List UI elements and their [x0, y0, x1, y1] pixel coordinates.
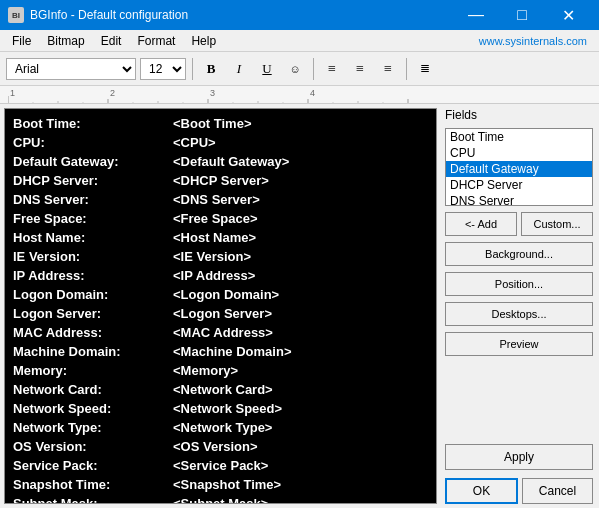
editor-value-osversion: <OS Version> — [173, 438, 258, 456]
list-button[interactable]: ≣ — [413, 58, 437, 80]
menu-help[interactable]: Help — [183, 32, 224, 50]
editor-label-networkspeed: Network Speed: — [13, 400, 173, 418]
menubar: File Bitmap Edit Format Help www.sysinte… — [0, 30, 599, 52]
menu-file[interactable]: File — [4, 32, 39, 50]
editor-value-freespace: <Free Space> — [173, 210, 258, 228]
add-button[interactable]: <- Add — [445, 212, 517, 236]
editor-line-osversion: OS Version: <OS Version> — [13, 438, 428, 456]
position-button[interactable]: Position... — [445, 272, 593, 296]
editor-line-ieversion: IE Version: <IE Version> — [13, 248, 428, 266]
editor-value-machinedomain: <Machine Domain> — [173, 343, 291, 361]
custom-button[interactable]: Custom... — [521, 212, 593, 236]
editor-value-networkcard: <Network Card> — [173, 381, 273, 399]
editor-value-ieversion: <IE Version> — [173, 248, 251, 266]
editor-label-gateway: Default Gateway: — [13, 153, 173, 171]
editor-value-macaddress: <MAC Address> — [173, 324, 273, 342]
ok-cancel-row: OK Cancel — [445, 478, 593, 504]
editor-label-cpu: CPU: — [13, 134, 173, 152]
underline-button[interactable]: U — [255, 58, 279, 80]
editor-value-networktype: <Network Type> — [173, 419, 272, 437]
editor-line-snapshottime: Snapshot Time: <Snapshot Time> — [13, 476, 428, 494]
field-item-boottime[interactable]: Boot Time — [446, 129, 592, 145]
field-item-dns[interactable]: DNS Server — [446, 193, 592, 206]
editor-value-gateway: <Default Gateway> — [173, 153, 289, 171]
editor-label-hostname: Host Name: — [13, 229, 173, 247]
field-item-cpu[interactable]: CPU — [446, 145, 592, 161]
editor-line-dhcp: DHCP Server: <DHCP Server> — [13, 172, 428, 190]
editor-line-machinedomain: Machine Domain: <Machine Domain> — [13, 343, 428, 361]
window-title: BGInfo - Default configuration — [30, 8, 188, 22]
editor-value-ipaddress: <IP Address> — [173, 267, 255, 285]
editor-value-servicepack: <Service Pack> — [173, 457, 268, 475]
editor-line-cpu: CPU: <CPU> — [13, 134, 428, 152]
minimize-button[interactable]: — — [453, 0, 499, 30]
align-left-button[interactable]: ≡ — [320, 58, 344, 80]
editor-line-subnetmask: Subnet Mask: <Subnet Mask> — [13, 495, 428, 504]
editor-line-ipaddress: IP Address: <IP Address> — [13, 267, 428, 285]
editor-label-snapshottime: Snapshot Time: — [13, 476, 173, 494]
editor-value-dns: <DNS Server> — [173, 191, 260, 209]
editor-line-networktype: Network Type: <Network Type> — [13, 419, 428, 437]
editor-label-memory: Memory: — [13, 362, 173, 380]
align-right-button[interactable]: ≡ — [376, 58, 400, 80]
editor-value-logonserver: <Logon Server> — [173, 305, 272, 323]
editor-line-freespace: Free Space: <Free Space> — [13, 210, 428, 228]
editor-label-machinedomain: Machine Domain: — [13, 343, 173, 361]
editor-area[interactable]: Boot Time: <Boot Time> CPU: <CPU> Defaul… — [4, 108, 437, 504]
editor-line-logonserver: Logon Server: <Logon Server> — [13, 305, 428, 323]
size-select[interactable]: 12 — [140, 58, 186, 80]
editor-line-gateway: Default Gateway: <Default Gateway> — [13, 153, 428, 171]
app-icon: BI — [8, 7, 24, 23]
fields-list[interactable]: Boot Time CPU Default Gateway DHCP Serve… — [445, 128, 593, 206]
editor-value-cpu: <CPU> — [173, 134, 216, 152]
editor-line-networkcard: Network Card: <Network Card> — [13, 381, 428, 399]
toolbar-separator-3 — [406, 58, 407, 80]
titlebar-buttons: — □ ✕ — [453, 0, 591, 30]
editor-line-logondomain: Logon Domain: <Logon Domain> — [13, 286, 428, 304]
apply-button[interactable]: Apply — [445, 444, 593, 470]
editor-label-macaddress: MAC Address: — [13, 324, 173, 342]
editor-line-dns: DNS Server: <DNS Server> — [13, 191, 428, 209]
maximize-button[interactable]: □ — [499, 0, 545, 30]
font-select[interactable]: Arial — [6, 58, 136, 80]
menu-format[interactable]: Format — [129, 32, 183, 50]
shadow-button[interactable]: ☺ — [283, 58, 307, 80]
sysinternals-link[interactable]: www.sysinternals.com — [479, 35, 595, 47]
italic-button[interactable]: I — [227, 58, 251, 80]
editor-label-boottime: Boot Time: — [13, 115, 173, 133]
editor-line-servicepack: Service Pack: <Service Pack> — [13, 457, 428, 475]
menu-bitmap[interactable]: Bitmap — [39, 32, 92, 50]
editor-label-ieversion: IE Version: — [13, 248, 173, 266]
desktops-button[interactable]: Desktops... — [445, 302, 593, 326]
toolbar-separator-1 — [192, 58, 193, 80]
svg-text:1: 1 — [10, 88, 15, 98]
editor-line-memory: Memory: <Memory> — [13, 362, 428, 380]
ok-button[interactable]: OK — [445, 478, 518, 504]
fields-label: Fields — [445, 108, 593, 122]
editor-label-servicepack: Service Pack: — [13, 457, 173, 475]
bold-button[interactable]: B — [199, 58, 223, 80]
spacer — [445, 360, 593, 436]
editor-value-logondomain: <Logon Domain> — [173, 286, 279, 304]
editor-label-networkcard: Network Card: — [13, 381, 173, 399]
preview-button[interactable]: Preview — [445, 332, 593, 356]
editor-value-dhcp: <DHCP Server> — [173, 172, 269, 190]
align-center-button[interactable]: ≡ — [348, 58, 372, 80]
editor-line-networkspeed: Network Speed: <Network Speed> — [13, 400, 428, 418]
titlebar: BI BGInfo - Default configuration — □ ✕ — [0, 0, 599, 30]
background-button[interactable]: Background... — [445, 242, 593, 266]
main-area: Boot Time: <Boot Time> CPU: <CPU> Defaul… — [0, 104, 599, 508]
editor-value-networkspeed: <Network Speed> — [173, 400, 282, 418]
svg-text:2: 2 — [110, 88, 115, 98]
cancel-button[interactable]: Cancel — [522, 478, 593, 504]
editor-line-hostname: Host Name: <Host Name> — [13, 229, 428, 247]
toolbar-separator-2 — [313, 58, 314, 80]
close-button[interactable]: ✕ — [545, 0, 591, 30]
field-item-dhcp[interactable]: DHCP Server — [446, 177, 592, 193]
editor-label-networktype: Network Type: — [13, 419, 173, 437]
editor-label-subnetmask: Subnet Mask: — [13, 495, 173, 504]
svg-text:3: 3 — [210, 88, 215, 98]
titlebar-left: BI BGInfo - Default configuration — [8, 7, 188, 23]
menu-edit[interactable]: Edit — [93, 32, 130, 50]
field-item-gateway[interactable]: Default Gateway — [446, 161, 592, 177]
